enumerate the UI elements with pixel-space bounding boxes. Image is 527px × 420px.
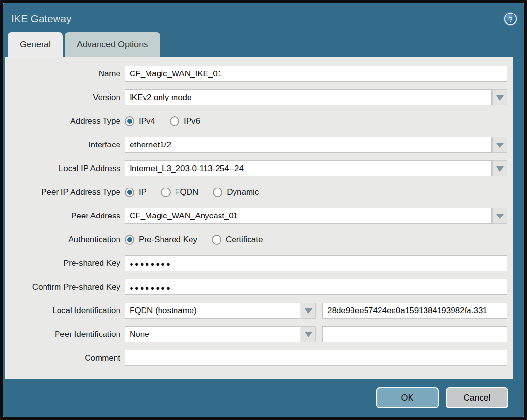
comment-input[interactable] <box>125 350 507 366</box>
peer-identification-type-select[interactable] <box>125 326 300 342</box>
chevron-down-icon <box>496 95 504 100</box>
cancel-button[interactable]: Cancel <box>446 387 508 408</box>
peer-identification-dropdown-button[interactable] <box>301 326 316 342</box>
radio-psk-label: Pre-Shared Key <box>139 235 197 245</box>
name-input[interactable] <box>125 66 507 82</box>
radio-unselected-icon <box>170 116 179 126</box>
peer-address-select[interactable] <box>125 208 492 224</box>
radio-pre-shared-key[interactable]: Pre-Shared Key <box>125 235 197 245</box>
radio-selected-icon <box>125 116 134 126</box>
name-row: Name <box>6 66 510 82</box>
help-icon[interactable]: ? <box>504 13 517 25</box>
radio-certificate[interactable]: Certificate <box>212 235 263 245</box>
radio-peer-dynamic-label: Dynamic <box>227 188 259 197</box>
peer-ip-type-label: Peer IP Address Type <box>6 188 125 197</box>
interface-select[interactable] <box>125 137 492 153</box>
chevron-down-icon <box>496 143 504 147</box>
confirm-pre-shared-key-row: Confirm Pre-shared Key <box>6 279 510 295</box>
tab-bar: General Advanced Options <box>3 29 524 57</box>
peer-ip-type-row: Peer IP Address Type IP FQDN Dynamic <box>6 184 510 200</box>
radio-ipv4[interactable]: IPv4 <box>125 116 155 126</box>
pre-shared-key-row: Pre-shared Key <box>6 255 510 271</box>
footer: OK Cancel <box>3 379 524 417</box>
radio-selected-icon <box>125 188 134 197</box>
interface-dropdown-button[interactable] <box>492 137 507 153</box>
pre-shared-key-input[interactable] <box>125 255 507 271</box>
local-identification-dropdown-button[interactable] <box>301 303 316 319</box>
peer-address-dropdown-button[interactable] <box>492 208 507 224</box>
name-label: Name <box>6 69 125 79</box>
radio-peer-fqdn-label: FQDN <box>175 188 198 197</box>
radio-unselected-icon <box>213 188 222 197</box>
chevron-down-icon <box>305 308 312 313</box>
interface-row: Interface <box>6 137 510 153</box>
local-ip-dropdown-button[interactable] <box>492 160 507 176</box>
version-select[interactable] <box>125 89 492 105</box>
local-identification-label: Local Identification <box>6 306 125 316</box>
chevron-down-icon <box>496 166 504 171</box>
address-type-row: Address Type IPv4 IPv6 <box>6 113 510 129</box>
confirm-pre-shared-key-input[interactable] <box>125 279 507 295</box>
radio-selected-icon <box>125 235 134 245</box>
version-label: Version <box>6 93 125 102</box>
authentication-label: Authentication <box>6 235 125 245</box>
radio-ipv6-label: IPv6 <box>184 116 200 126</box>
radio-certificate-label: Certificate <box>226 235 263 245</box>
version-row: Version <box>6 89 510 105</box>
pre-shared-key-label: Pre-shared Key <box>6 259 125 268</box>
radio-peer-ip[interactable]: IP <box>125 188 146 197</box>
dialog-title: IKE Gateway <box>11 13 72 25</box>
peer-address-row: Peer Address <box>6 208 510 224</box>
confirm-pre-shared-key-label: Confirm Pre-shared Key <box>6 282 125 292</box>
local-ip-label: Local IP Address <box>6 164 125 174</box>
peer-address-label: Peer Address <box>6 211 125 221</box>
chevron-down-icon <box>305 332 312 337</box>
local-identification-value-input[interactable] <box>322 303 507 319</box>
interface-label: Interface <box>6 140 125 150</box>
ok-button[interactable]: OK <box>376 387 439 408</box>
screen: IKE Gateway ? General Advanced Options N… <box>0 0 527 420</box>
comment-row: Comment <box>6 350 510 366</box>
radio-unselected-icon <box>161 188 171 197</box>
ike-gateway-dialog: IKE Gateway ? General Advanced Options N… <box>3 3 524 417</box>
comment-label: Comment <box>6 353 125 363</box>
local-identification-type-select[interactable] <box>125 303 300 319</box>
authentication-row: Authentication Pre-Shared Key Certificat… <box>6 232 510 247</box>
titlebar: IKE Gateway ? <box>3 3 524 29</box>
tab-advanced-options[interactable]: Advanced Options <box>65 32 160 57</box>
radio-ipv4-label: IPv4 <box>139 116 155 126</box>
form-body: Name Version Address Type <box>5 57 513 379</box>
peer-identification-value-input[interactable] <box>322 326 507 342</box>
tab-general[interactable]: General <box>8 32 63 57</box>
version-dropdown-button[interactable] <box>492 89 507 105</box>
chevron-down-icon <box>496 214 504 218</box>
local-ip-row: Local IP Address <box>6 160 510 176</box>
radio-ipv6[interactable]: IPv6 <box>170 116 200 126</box>
local-ip-select[interactable] <box>125 160 492 176</box>
radio-peer-ip-label: IP <box>139 188 146 197</box>
peer-identification-row: Peer Identification <box>6 326 510 342</box>
radio-unselected-icon <box>212 235 221 245</box>
radio-peer-fqdn[interactable]: FQDN <box>161 188 198 197</box>
peer-identification-label: Peer Identification <box>6 330 125 339</box>
address-type-label: Address Type <box>6 116 125 126</box>
radio-peer-dynamic[interactable]: Dynamic <box>213 188 259 197</box>
local-identification-row: Local Identification <box>6 303 510 319</box>
